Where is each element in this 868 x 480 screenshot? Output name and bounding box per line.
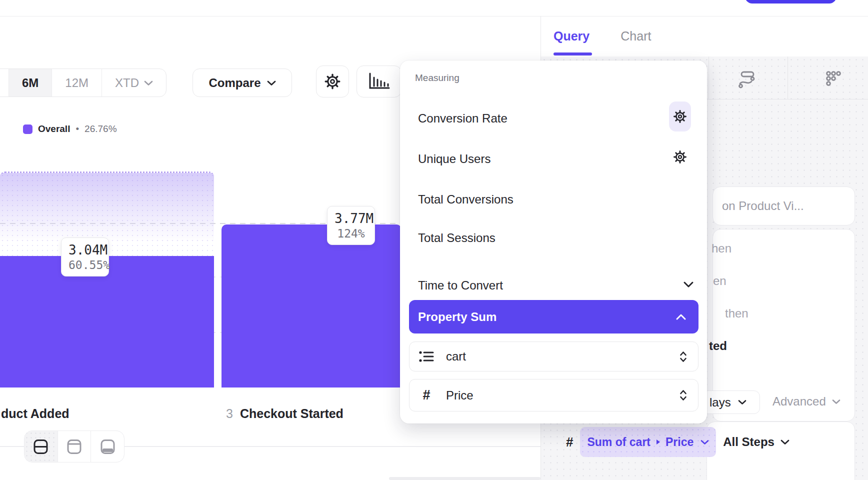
primary-action-button[interactable] (745, 0, 836, 4)
conversion-rate-settings-button[interactable] (669, 102, 691, 132)
menu-item-property-sum-selected[interactable]: Property Sum (409, 300, 698, 334)
dropdown-header: Measuring (415, 72, 460, 84)
property-sum-chip[interactable]: Sum of cart Price (580, 427, 716, 457)
step-label-text: Checkout Started (240, 406, 344, 420)
bar-2-percent: 124% (334, 226, 368, 240)
layout-footer-row-button[interactable] (90, 431, 124, 462)
apps-button[interactable] (824, 70, 842, 90)
tab-query[interactable]: Query (554, 29, 590, 44)
funnel-chart-icon (367, 72, 391, 92)
chevron-down-icon (700, 440, 709, 445)
chevron-down-icon (267, 80, 276, 86)
chevron-down-icon[interactable] (683, 281, 694, 288)
conversion-window-button[interactable]: lays (702, 390, 760, 414)
toolbar-separator (788, 56, 788, 99)
compare-button[interactable]: Compare (192, 68, 292, 97)
active-tab-underline (554, 52, 592, 56)
step-number: 3 (226, 406, 233, 420)
gear-icon (673, 150, 687, 164)
property-value: cart (446, 350, 678, 364)
step-header-card[interactable]: on Product Vi... (712, 186, 855, 226)
property-select[interactable]: cart (409, 342, 698, 372)
step-row-fragment[interactable]: en (713, 274, 726, 288)
all-steps-label: All Steps (723, 435, 774, 449)
subproperty-value: Price (446, 388, 678, 402)
stepper-icon[interactable] (678, 350, 688, 364)
step-row-fragment[interactable]: ted (709, 339, 727, 353)
range-option-partial[interactable]: M (0, 69, 8, 96)
stepper-icon[interactable] (678, 388, 688, 402)
range-option-6m[interactable]: 6M (8, 69, 52, 96)
bar-2-value: 3.77M (334, 210, 368, 226)
legend-name: Overall (38, 124, 70, 134)
chart-type-button[interactable] (356, 66, 402, 98)
bar-2-value-label: 3.77M 124% (327, 206, 375, 245)
header-row-icon (66, 438, 82, 455)
step-header-label: on Product Vi... (722, 199, 804, 213)
chevron-down-icon (738, 400, 746, 405)
unique-users-settings-button[interactable] (669, 142, 691, 172)
app-window: M 6M 12M XTD Compare (0, 0, 868, 480)
menu-item-total-conversions[interactable]: Total Conversions (418, 192, 514, 206)
footer-row-icon (100, 438, 116, 455)
menu-item-conversion-rate[interactable]: Conversion Rate (418, 112, 508, 126)
menu-item-unique-users[interactable]: Unique Users (418, 152, 490, 166)
step-label-checkout-started[interactable]: 3Checkout Started (226, 406, 344, 421)
bar-1-value-label: 3.04M 60.55% (61, 238, 109, 276)
dots-grid-icon (824, 70, 842, 88)
chevron-down-icon (144, 80, 153, 86)
split-rows-icon (32, 438, 49, 455)
legend-swatch (23, 124, 32, 134)
top-divider (0, 16, 868, 16)
chevron-down-icon (832, 399, 840, 404)
menu-item-total-sessions[interactable]: Total Sessions (418, 231, 496, 245)
chip-sublabel: Price (666, 436, 694, 449)
funnel-bar-1[interactable] (0, 256, 214, 388)
range-option-xtd[interactable]: XTD (102, 69, 166, 96)
measurement-row: # Sum of cart Price All Steps (566, 427, 790, 457)
number-type-icon: # (566, 434, 573, 450)
range-xtd-label: XTD (115, 76, 139, 90)
all-steps-dropdown[interactable]: All Steps (723, 435, 790, 449)
layout-split-rows-button[interactable] (24, 431, 58, 462)
chevron-up-icon (676, 314, 686, 320)
subproperty-select[interactable]: # Price (409, 379, 698, 412)
tab-chart[interactable]: Chart (620, 29, 651, 44)
gear-icon (673, 110, 687, 124)
legend-value: 26.76% (84, 124, 116, 134)
date-range-segmented-control: M 6M 12M XTD (0, 68, 166, 97)
advanced-dropdown[interactable]: Advanced (772, 394, 840, 408)
bar-1-value: 3.04M (68, 242, 102, 258)
legend-separator: • (76, 124, 79, 134)
step-row-fragment[interactable]: then (725, 306, 748, 320)
range-option-12m[interactable]: 12M (52, 69, 102, 96)
chart-settings-button[interactable] (316, 66, 349, 98)
layout-toggle-group (24, 430, 124, 462)
chip-label: Sum of cart (587, 436, 650, 449)
property-sum-label: Property Sum (418, 310, 496, 324)
caret-right-icon (656, 438, 660, 446)
chevron-down-icon (780, 439, 790, 445)
step-row-fragment[interactable]: hen (712, 242, 732, 256)
measuring-dropdown: Measuring Conversion Rate Unique Users (400, 60, 707, 424)
compare-label: Compare (208, 76, 260, 90)
list-icon (418, 348, 435, 364)
funnel-bar-2[interactable] (222, 224, 402, 388)
chart-legend: Overall • 26.76% (23, 124, 117, 134)
flows-button[interactable] (738, 70, 756, 90)
window-label-fragment: lays (710, 396, 731, 410)
menu-item-time-to-convert[interactable]: Time to Convert (418, 278, 503, 292)
bar-1-percent: 60.55% (68, 258, 102, 272)
toolbar-separator (708, 56, 709, 99)
step-label-partial[interactable]: duct Added (1, 406, 70, 421)
next-section-edge (389, 477, 540, 480)
advanced-label: Advanced (772, 394, 826, 408)
number-type-icon: # (418, 388, 435, 403)
layout-header-row-button[interactable] (58, 431, 91, 462)
flows-icon (738, 70, 756, 88)
gear-icon (324, 73, 341, 90)
